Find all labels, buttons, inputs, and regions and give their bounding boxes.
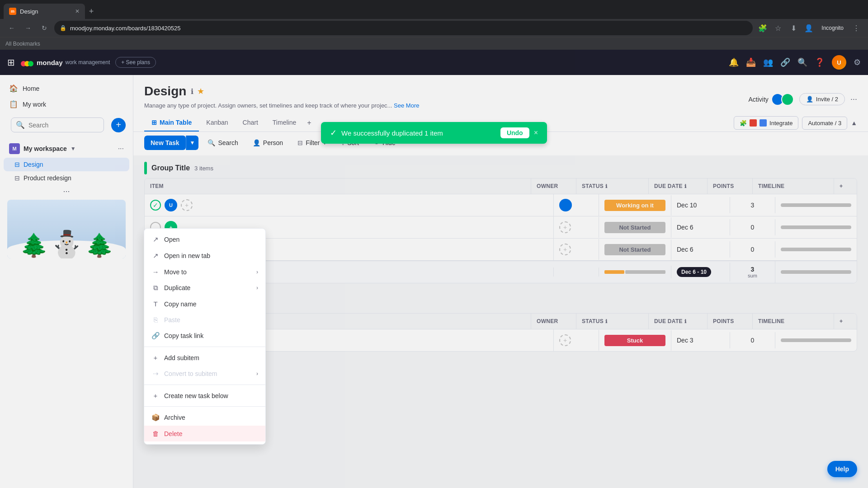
active-tab[interactable]: m Design ✕ (4, 4, 85, 19)
ctx-duplicate-label: Duplicate (164, 284, 190, 291)
profile-button[interactable]: 👤 (802, 22, 815, 34)
ctx-paste: ⎘ Paste (144, 312, 265, 328)
ctx-paste-icon: ⎘ (151, 316, 160, 324)
ctx-copy-name-label: Copy name (164, 300, 197, 308)
ctx-move-arrow: › (256, 269, 258, 275)
bookmarks-label: All Bookmarks (5, 41, 40, 47)
ctx-open[interactable]: ↗ Open (144, 231, 265, 248)
ctx-divider-1 (144, 347, 265, 347)
ctx-open-icon: ↗ (151, 235, 160, 244)
ctx-duplicate-arrow: › (256, 285, 258, 291)
ctx-open-label: Open (164, 236, 179, 243)
toast-message: We successfully duplicated 1 item (341, 129, 443, 137)
ctx-open-new-tab[interactable]: ↗ Open in new tab (144, 248, 265, 264)
toast-undo-button[interactable]: Undo (500, 127, 529, 138)
ctx-delete[interactable]: 🗑 Delete (144, 426, 265, 441)
reload-button[interactable]: ↻ (38, 22, 51, 34)
ctx-open-new-tab-icon: ↗ (151, 252, 160, 260)
ctx-copy-link-icon: 🔗 (151, 332, 160, 340)
ctx-archive[interactable]: 📦 Archive (144, 409, 265, 426)
ctx-add-subitem[interactable]: + Add subitem (144, 350, 265, 366)
ctx-create-task-below[interactable]: + Create new task below (144, 388, 265, 404)
ctx-move-to[interactable]: → Move to › (144, 264, 265, 280)
context-menu-overlay[interactable] (0, 50, 868, 488)
ctx-move-icon: → (151, 268, 160, 276)
ctx-divider-2 (144, 385, 265, 385)
context-menu: ↗ Open ↗ Open in new tab → Move to › ⧉ D… (144, 228, 266, 445)
ctx-paste-label: Paste (164, 316, 180, 324)
ctx-move-label: Move to (164, 268, 187, 276)
menu-button[interactable]: ⋮ (850, 22, 863, 34)
ctx-delete-icon: 🗑 (151, 430, 160, 437)
forward-button[interactable]: → (22, 22, 34, 34)
toast-check-icon: ✓ (330, 128, 337, 138)
ctx-add-subitem-icon: + (151, 354, 160, 361)
download-button[interactable]: ⬇ (787, 22, 800, 34)
ctx-copy-name-icon: T (151, 300, 160, 308)
ctx-open-new-tab-label: Open in new tab (164, 252, 210, 259)
ctx-archive-icon: 📦 (151, 413, 160, 422)
ctx-create-task-label: Create new task below (164, 392, 228, 399)
ctx-convert-icon: ⇢ (151, 370, 160, 378)
ctx-archive-label: Archive (164, 414, 185, 421)
address-bar[interactable]: 🔒 moodjoy.monday.com/boards/1830420525 (54, 21, 753, 35)
ctx-add-subitem-label: Add subitem (164, 354, 199, 361)
ctx-copy-link-label: Copy task link (164, 332, 203, 339)
incognito-badge: Incognito (818, 24, 847, 32)
ctx-copy-name[interactable]: T Copy name (144, 296, 265, 312)
ctx-convert-label: Convert to subitem (164, 370, 217, 377)
tab-close-button[interactable]: ✕ (75, 8, 80, 14)
back-button[interactable]: ← (5, 22, 18, 34)
extensions-button[interactable]: 🧩 (756, 22, 769, 34)
lock-icon: 🔒 (60, 25, 66, 31)
tab-title: Design (20, 8, 38, 15)
ctx-divider-3 (144, 406, 265, 407)
ctx-delete-label: Delete (164, 430, 182, 437)
ctx-duplicate-icon: ⧉ (151, 284, 160, 292)
ctx-copy-task-link[interactable]: 🔗 Copy task link (144, 328, 265, 344)
toast-close-button[interactable]: × (534, 129, 538, 137)
ctx-convert-subitem: ⇢ Convert to subitem › (144, 366, 265, 382)
ctx-create-task-icon: + (151, 392, 160, 399)
success-toast: ✓ We successfully duplicated 1 item Undo… (321, 122, 547, 144)
toast-container: ✓ We successfully duplicated 1 item Undo… (321, 122, 547, 144)
tab-favicon: m (9, 8, 16, 15)
ctx-convert-arrow: › (256, 371, 258, 377)
url-text: moodjoy.monday.com/boards/1830420525 (70, 25, 181, 32)
ctx-duplicate[interactable]: ⧉ Duplicate › (144, 280, 265, 296)
new-tab-button[interactable]: + (85, 5, 98, 18)
bookmark-star[interactable]: ☆ (772, 22, 784, 34)
